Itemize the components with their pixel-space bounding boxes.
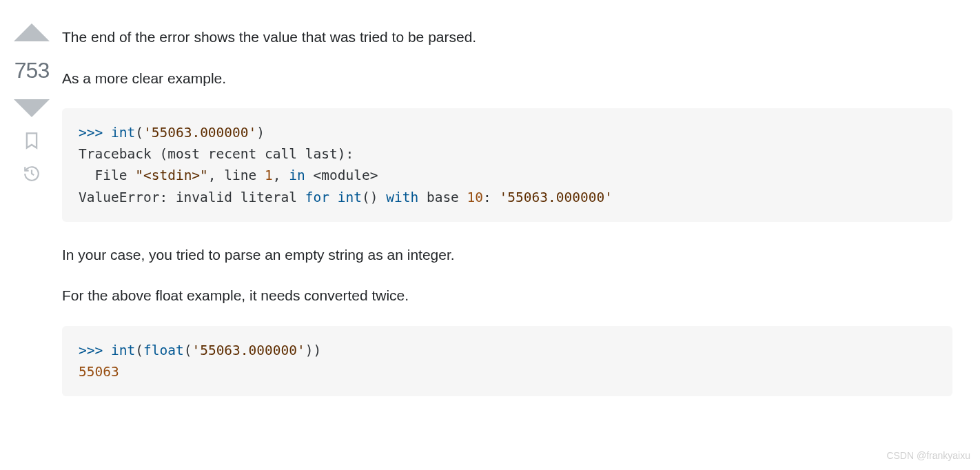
paragraph-4: For the above float example, it needs co… [62, 285, 952, 307]
downvote-button[interactable] [14, 99, 50, 117]
vote-score: 753 [14, 54, 49, 87]
paragraph-1: The end of the error shows the value tha… [62, 26, 952, 48]
history-icon [23, 165, 41, 183]
timeline-button[interactable] [22, 164, 41, 183]
upvote-button[interactable] [14, 23, 50, 41]
paragraph-3: In your case, you tried to parse an empt… [62, 244, 952, 266]
code-block-2: >>> int(float('55063.000000')) 55063 [62, 326, 952, 396]
code-block-1: >>> int('55063.000000') Traceback (most … [62, 108, 952, 222]
bookmark-button[interactable] [22, 131, 41, 150]
bookmark-icon [24, 132, 39, 150]
paragraph-2: As a more clear example. [62, 68, 952, 90]
watermark: CSDN @frankyaixu [886, 449, 970, 463]
